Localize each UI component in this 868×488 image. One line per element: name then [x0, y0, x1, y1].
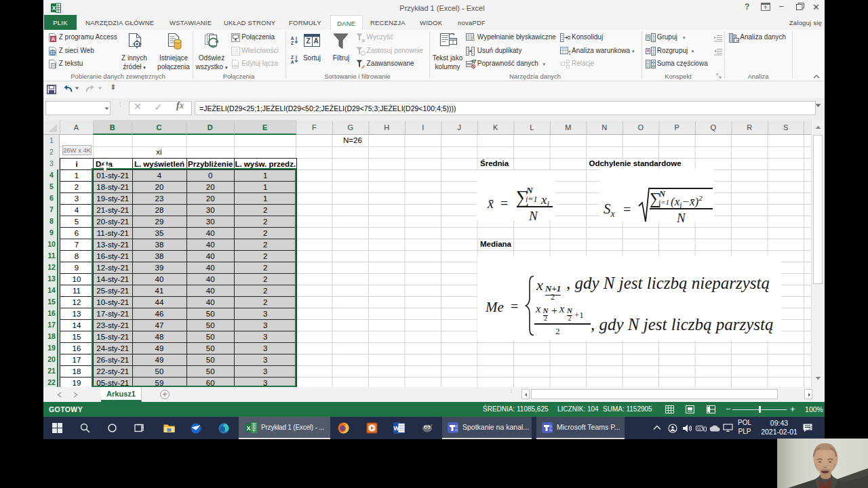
svg-text:Z: Z	[306, 37, 310, 45]
svg-text:A: A	[313, 37, 318, 45]
svg-text:?: ?	[568, 49, 570, 56]
svg-text:Z: Z	[291, 41, 294, 45]
svg-text:W: W	[393, 425, 399, 432]
svg-text:A: A	[52, 36, 55, 42]
svg-text:X: X	[246, 425, 250, 432]
